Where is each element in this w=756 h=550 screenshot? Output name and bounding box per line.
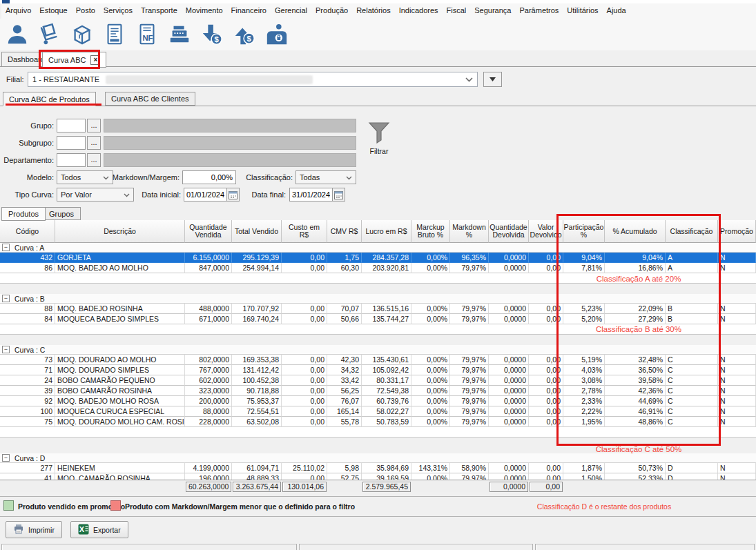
filial-select[interactable]: 1 - RESTAURANTE	[28, 72, 478, 87]
departamento-input[interactable]	[57, 153, 86, 167]
column-header-8[interactable]: Markdown %	[450, 220, 489, 243]
calendar-icon[interactable]	[332, 188, 345, 202]
column-header-4[interactable]: Custo em R$	[282, 220, 327, 243]
menu-item-utilitrios[interactable]: Utilitários	[563, 3, 602, 19]
tab-curva-abc-clientes[interactable]: Curva ABC de Clientes	[105, 92, 195, 106]
filtrar-button[interactable]: Filtrar	[364, 121, 394, 155]
cell: 295.129,39	[232, 253, 282, 263]
menu-item-estoque[interactable]: Estoque	[35, 3, 71, 19]
menu-item-financeiro[interactable]: Financeiro	[227, 3, 271, 19]
close-icon[interactable]: ×	[90, 55, 100, 65]
tab-curva-abc[interactable]: Curva ABC ×	[42, 52, 106, 68]
menu-item-servios[interactable]: Serviços	[99, 3, 137, 19]
money-out-icon[interactable]: $	[231, 21, 258, 48]
menu-item-segurana[interactable]: Segurança	[470, 3, 515, 19]
cell: 488,0000	[185, 304, 232, 314]
data-final-field[interactable]	[289, 188, 345, 202]
order-document-icon[interactable]	[101, 21, 128, 48]
collapse-icon[interactable]: −	[2, 454, 10, 462]
menu-item-produo[interactable]: Produção	[311, 3, 352, 19]
menu-item-movimento[interactable]: Movimento	[182, 3, 227, 19]
table-row[interactable]: 100MOQUECA CURUCA ESPECIAL88,000072.554,…	[0, 406, 756, 417]
data-inicial-field[interactable]	[184, 188, 240, 202]
total-cell: 0,0000	[490, 482, 528, 492]
column-header-11[interactable]: Participação %	[563, 220, 605, 243]
grupo-browse-button[interactable]: ...	[87, 119, 101, 132]
menu-item-indicadores[interactable]: Indicadores	[395, 3, 443, 19]
table-row[interactable]: 39BOBO CAMARÃO ROSINHA323,000090.718,880…	[0, 386, 756, 396]
table-row[interactable]: 277HEINEKEM4.199,000061.094,7125.110,025…	[0, 463, 756, 473]
menu-item-ajuda[interactable]: Ajuda	[603, 3, 630, 19]
column-header-9[interactable]: Quantidade Devolvida	[489, 220, 529, 243]
table-row[interactable]: 41MOQ. CAMARÃO ROSINHA196,000048.889,330…	[0, 473, 756, 480]
table-row[interactable]: 84MOQUECA BADEJO SIMPLES671,0000169.740,…	[0, 314, 756, 324]
data-final-input[interactable]	[289, 188, 332, 202]
nf-invoice-icon[interactable]: NF	[134, 21, 160, 48]
table-row[interactable]: 73MOQ. DOURADO AO MOLHO802,0000169.353,3…	[0, 355, 756, 365]
menu-item-gerencial[interactable]: Gerencial	[271, 3, 311, 19]
classificacao-select[interactable]: Todas	[295, 170, 356, 184]
total-cell-empty	[451, 482, 488, 492]
column-header-5[interactable]: CMV R$	[327, 220, 362, 243]
table-row[interactable]: 24BOBO CAMARÃO PEQUENO602,0000100.452,38…	[0, 375, 756, 386]
collapse-icon[interactable]: −	[2, 244, 10, 251]
column-header-13[interactable]: Classificação	[666, 220, 718, 243]
menu-item-posto[interactable]: Posto	[72, 3, 99, 19]
table-row[interactable]: 86MOQ. BADEJO AO MOLHO847,0000254.994,14…	[0, 263, 756, 273]
cell: 802,0000	[185, 355, 232, 365]
cell: C	[666, 386, 718, 396]
group-header-row[interactable]: −Curva : D	[0, 453, 756, 463]
menu-item-parmetros[interactable]: Parâmetros	[515, 3, 563, 19]
collapse-icon[interactable]: −	[2, 346, 10, 353]
markdown-margem-input[interactable]	[182, 170, 236, 184]
table-row[interactable]: 71MOQ. DOURADO SIMPLES767,0000131.412,42…	[0, 365, 756, 375]
cell: 0,00	[529, 375, 563, 386]
cell: 0,00	[529, 253, 563, 263]
table-row[interactable]: 75MOQ. DOURADO MOLHO CAM. ROSINHA228,000…	[0, 417, 756, 427]
trolley-icon[interactable]	[37, 21, 63, 48]
grupo-input[interactable]	[57, 119, 86, 132]
table-row[interactable]: 432GORJETA6.155,0000295.129,390,001,7528…	[0, 253, 756, 263]
data-inicial-input[interactable]	[184, 188, 226, 202]
group-header-row[interactable]: −Curva : A	[0, 243, 756, 253]
column-header-3[interactable]: Total Vendido	[232, 220, 282, 243]
cell: 4,03%	[563, 365, 605, 375]
table-row[interactable]: 88MOQ. BADEJO ROSINHA488,0000170.707,920…	[0, 304, 756, 314]
column-header-7[interactable]: Marckup Bruto %	[411, 220, 450, 243]
modelo-value: Todos	[61, 173, 81, 181]
tipo-curva-select[interactable]: Por Valor	[57, 188, 134, 202]
menu-item-transporte[interactable]: Transporte	[137, 3, 182, 19]
cashier-lock-icon[interactable]	[264, 21, 290, 48]
menu-item-arquivo[interactable]: Arquivo	[1, 3, 35, 19]
column-header-10[interactable]: Valor Devolvido	[529, 220, 563, 243]
column-header-2[interactable]: Quantidade Vendida	[185, 220, 232, 243]
collapse-icon[interactable]: −	[2, 295, 10, 302]
funnel-icon	[367, 134, 391, 146]
tab-produtos[interactable]: Produtos	[1, 207, 46, 221]
cell: 602,0000	[185, 375, 232, 386]
exportar-button[interactable]: X Exportar	[70, 521, 128, 538]
modelo-select[interactable]: Todos	[57, 170, 113, 184]
menu-item-relatrios[interactable]: Relatórios	[352, 3, 395, 19]
subgrupo-input[interactable]	[57, 136, 86, 150]
money-in-icon[interactable]: $	[199, 21, 225, 48]
menu-item-fiscal[interactable]: Fiscal	[443, 3, 471, 19]
column-header-0[interactable]: Código	[0, 220, 55, 243]
column-header-14[interactable]: Promoção	[718, 220, 756, 243]
cash-register-icon[interactable]	[166, 21, 193, 48]
table-row[interactable]: 92MOQ. BADEJO MOLHO ROSA200,000075.953,3…	[0, 396, 756, 406]
tab-grupos[interactable]: Grupos	[42, 207, 81, 220]
user-icon[interactable]	[4, 21, 30, 48]
imprimir-button[interactable]: Imprimir	[6, 521, 62, 538]
column-header-12[interactable]: % Acumulado	[605, 220, 666, 243]
package-icon[interactable]	[69, 21, 95, 48]
column-header-6[interactable]: Lucro em R$	[362, 220, 411, 243]
departamento-browse-button[interactable]: ...	[87, 153, 101, 167]
group-header-row[interactable]: −Curva : B	[0, 294, 756, 304]
subgrupo-browse-button[interactable]: ...	[87, 136, 101, 150]
column-header-1[interactable]: Descrição	[55, 220, 185, 243]
cell: 767,0000	[185, 365, 232, 375]
group-header-row[interactable]: −Curva : C	[0, 345, 756, 355]
filial-drop-button[interactable]	[483, 72, 502, 87]
calendar-icon[interactable]	[226, 188, 240, 202]
